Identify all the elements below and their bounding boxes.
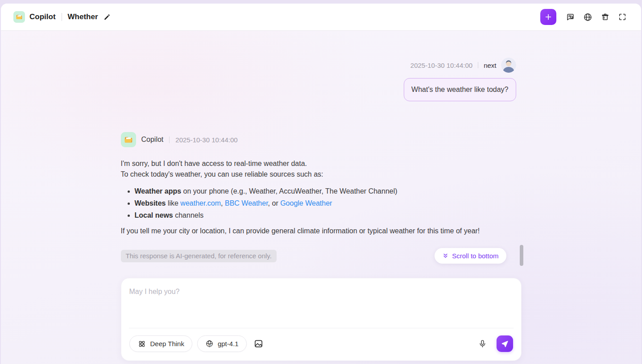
voice-input-button[interactable] bbox=[477, 339, 488, 349]
conversation-title: Whether bbox=[68, 12, 98, 21]
app-window: Copilot Whether bbox=[1, 4, 641, 364]
chat-area: 2025-10-30 10:44:00 next bbox=[1, 31, 641, 364]
header-actions bbox=[540, 9, 628, 25]
list-item: Local news channels bbox=[135, 209, 522, 221]
edit-title-button[interactable] bbox=[103, 13, 111, 21]
list-item-text: , bbox=[221, 199, 225, 207]
deep-think-button[interactable]: Deep Think bbox=[129, 335, 192, 352]
globe-ai-icon: AI bbox=[205, 339, 214, 348]
app-logo bbox=[13, 11, 25, 23]
composer-actions bbox=[477, 335, 513, 352]
user-avatar bbox=[501, 58, 516, 73]
assistant-message-meta: Copilot 2025-10-30 10:44:00 bbox=[121, 132, 522, 147]
link-google-weather[interactable]: Google Weather bbox=[280, 199, 332, 207]
globe-icon bbox=[583, 12, 592, 22]
user-message-bubble: What's the weather like today? bbox=[404, 78, 516, 101]
input-zone bbox=[121, 278, 521, 328]
deep-think-label: Deep Think bbox=[150, 340, 184, 347]
history-search-button[interactable] bbox=[565, 12, 576, 22]
language-button[interactable] bbox=[582, 12, 593, 22]
atom-icon bbox=[137, 339, 146, 348]
assistant-avatar bbox=[121, 132, 136, 147]
list-item-text: channels bbox=[173, 211, 204, 219]
list-item-text: on your phone (e.g., Weather, AccuWeathe… bbox=[181, 187, 397, 195]
source-list: Weather apps on your phone (e.g., Weathe… bbox=[121, 185, 522, 221]
svg-text:AI: AI bbox=[208, 343, 211, 346]
double-chevron-down-icon bbox=[442, 252, 449, 259]
link-weather-com[interactable]: weather.com bbox=[180, 199, 221, 207]
assistant-timestamp: 2025-10-30 10:44:00 bbox=[175, 136, 237, 144]
paper-plane-icon bbox=[501, 339, 509, 348]
model-label: gpt-4.1 bbox=[218, 340, 239, 347]
fullscreen-icon bbox=[618, 12, 627, 21]
response-footer: This response is AI-generated, for refer… bbox=[121, 248, 522, 264]
meta-divider bbox=[478, 62, 478, 68]
composer-toolbar: Deep Think AI gpt-4.1 bbox=[121, 328, 521, 360]
bold-text: Local news bbox=[135, 211, 173, 219]
microphone-icon bbox=[478, 339, 487, 348]
message-input[interactable] bbox=[129, 287, 513, 323]
user-name: next bbox=[484, 62, 496, 69]
user-message-row: What's the weather like today? bbox=[121, 78, 516, 101]
composer-card: Deep Think AI gpt-4.1 bbox=[121, 278, 522, 361]
message-line: To check today's weather, you can use re… bbox=[121, 169, 522, 180]
link-bbc-weather[interactable]: BBC Weather bbox=[225, 199, 268, 207]
list-item: Websites like weather.com, BBC Weather, … bbox=[135, 197, 522, 209]
message-closing-line: If you tell me your city or location, I … bbox=[121, 226, 522, 236]
user-timestamp: 2025-10-30 10:44:00 bbox=[410, 62, 472, 69]
trash-icon bbox=[601, 12, 610, 22]
message-line: I'm sorry, but I don't have access to re… bbox=[121, 158, 522, 169]
ai-disclaimer: This response is AI-generated, for refer… bbox=[121, 250, 277, 262]
model-selector-button[interactable]: AI gpt-4.1 bbox=[197, 335, 247, 352]
clear-chat-button[interactable] bbox=[600, 12, 610, 22]
chat-search-icon bbox=[566, 12, 575, 22]
bold-text: Websites bbox=[135, 199, 166, 207]
new-chat-button[interactable] bbox=[540, 9, 556, 25]
user-message-meta: 2025-10-30 10:44:00 next bbox=[121, 58, 516, 73]
fullscreen-button[interactable] bbox=[617, 12, 628, 22]
list-item: Weather apps on your phone (e.g., Weathe… bbox=[135, 185, 522, 197]
folder-icon bbox=[123, 134, 134, 145]
bold-text: Weather apps bbox=[135, 187, 182, 195]
app-name: Copilot bbox=[29, 12, 56, 21]
scroll-to-bottom-button[interactable]: Scroll to bottom bbox=[435, 248, 506, 264]
scrollbar-thumb[interactable] bbox=[520, 245, 523, 266]
assistant-name: Copilot bbox=[141, 136, 164, 144]
chat-column: 2025-10-30 10:44:00 next bbox=[121, 31, 522, 361]
pencil-icon bbox=[103, 13, 111, 21]
folder-icon bbox=[15, 12, 24, 21]
meta-divider bbox=[169, 136, 170, 143]
plus-icon bbox=[544, 12, 553, 21]
send-button[interactable] bbox=[497, 335, 513, 352]
image-upload-button[interactable] bbox=[253, 339, 264, 349]
scroll-to-bottom-label: Scroll to bottom bbox=[452, 252, 498, 260]
assistant-message-body: I'm sorry, but I don't have access to re… bbox=[121, 158, 522, 236]
header-divider bbox=[62, 13, 62, 21]
image-icon bbox=[253, 339, 264, 349]
header: Copilot Whether bbox=[1, 4, 641, 31]
list-item-text: like bbox=[166, 199, 180, 207]
list-item-text: , or bbox=[268, 199, 281, 207]
